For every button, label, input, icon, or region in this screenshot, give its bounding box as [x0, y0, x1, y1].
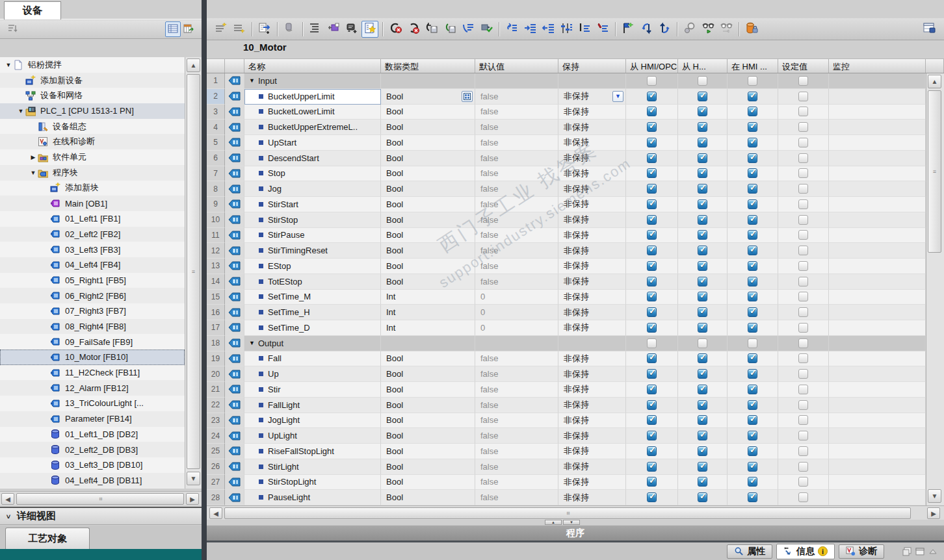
tree-item-软件单元[interactable]: ▶软件单元 [0, 149, 185, 165]
monitor-cell[interactable] [829, 151, 926, 166]
data-type-cell[interactable]: Bool [381, 459, 475, 475]
accessible-from-hmi-checkbox[interactable] [647, 277, 657, 286]
table-row-7[interactable]: 7StopBoolfalse非保持 [207, 166, 944, 182]
row-number[interactable]: 15 [207, 290, 225, 305]
keep-block-button[interactable] [282, 21, 298, 38]
row-number[interactable]: 12 [207, 243, 225, 259]
writable-from-hmi-checkbox[interactable] [698, 199, 707, 209]
tree-item-04_left4-fb4-[interactable]: 04_Left4 [FB4] [0, 257, 185, 273]
tree-item-09_failsafe-fb9-[interactable]: 09_FailSafe [FB9] [0, 334, 185, 350]
tree-horizontal-scrollbar[interactable]: ◀ ≡ ▶ [0, 491, 202, 505]
row-number[interactable]: 23 [207, 413, 225, 429]
writable-from-hmi-checkbox[interactable] [698, 215, 707, 225]
snapshot-load-button[interactable] [441, 21, 458, 38]
monitor-cell[interactable] [829, 413, 926, 429]
setpoint-checkbox[interactable] [798, 76, 808, 86]
writable-from-hmi-checkbox[interactable] [698, 400, 707, 410]
panel-splitter[interactable] [202, 0, 207, 560]
setpoint-checkbox[interactable] [798, 168, 808, 178]
retain-cell[interactable]: 非保持 [558, 166, 626, 182]
setpoint-checkbox[interactable] [798, 400, 808, 410]
monitor-cell[interactable] [829, 428, 926, 444]
table-row-14[interactable]: 14TotEStopBoolfalse非保持 [207, 274, 944, 290]
writable-from-hmi-checkbox[interactable] [698, 230, 707, 240]
data-type-cell[interactable]: Bool [381, 428, 475, 444]
writable-from-hmi-checkbox[interactable] [698, 353, 707, 363]
table-scroll-left-icon[interactable]: ◀ [209, 507, 222, 519]
visible-in-hmi-checkbox[interactable] [748, 400, 757, 410]
row-number[interactable]: 3 [207, 105, 225, 120]
data-type-cell[interactable]: Bool [381, 197, 475, 212]
monitor-cell[interactable] [829, 382, 926, 398]
tree-item-02_left2_db-db3-[interactable]: 02_Left2_DB [DB3] [0, 442, 185, 457]
monitor-cell[interactable] [829, 105, 926, 120]
tree-item-01_left1_db-db2-[interactable]: 01_Left1_DB [DB2] [0, 427, 185, 442]
table-row-2[interactable]: 2BucketUpperLimitBoolfalse非保持▼ [207, 89, 944, 105]
retain-cell[interactable] [558, 73, 626, 89]
table-row-10[interactable]: 10StirStopBoolfalse非保持 [207, 212, 944, 228]
data-type-cell[interactable]: Bool [381, 120, 475, 135]
collapse-chevron-icon[interactable]: ˅ [0, 513, 17, 520]
visible-in-hmi-checkbox[interactable] [748, 92, 757, 101]
tree-item-05_right1-fb5-[interactable]: 05_Right1 [FB5] [0, 273, 185, 288]
writable-from-hmi-checkbox[interactable] [698, 385, 707, 394]
writable-from-hmi-checkbox[interactable] [698, 431, 707, 440]
table-scroll-down-icon[interactable]: ▼ [928, 489, 941, 503]
variable-name-cell[interactable]: StirLight [244, 459, 381, 475]
tree-item-在线和诊断[interactable]: 在线和诊断 [0, 134, 185, 149]
variable-name-cell[interactable]: TotEStop [244, 274, 381, 290]
monitor-cell[interactable] [829, 290, 926, 305]
visible-in-hmi-checkbox[interactable] [748, 215, 757, 225]
accessible-from-hmi-checkbox[interactable] [647, 338, 657, 348]
variable-name-cell[interactable]: PauseLight [244, 490, 381, 505]
variable-name-cell[interactable]: BucketUpperExtremeL.. [244, 120, 381, 135]
retain-cell[interactable]: 非保持 [558, 413, 626, 429]
retain-cell[interactable]: 非保持 [558, 398, 626, 413]
monitor-cell[interactable] [829, 73, 926, 89]
writable-from-hmi-checkbox[interactable] [698, 138, 707, 147]
monitor-cell[interactable] [829, 459, 926, 475]
writable-from-hmi-checkbox[interactable] [698, 338, 707, 348]
visible-in-hmi-checkbox[interactable] [748, 353, 757, 363]
row-number[interactable]: 19 [207, 351, 225, 367]
writable-from-hmi-checkbox[interactable] [698, 462, 707, 472]
properties-button[interactable]: 属性 [727, 544, 772, 559]
table-row-18[interactable]: 18▼Output [207, 336, 944, 351]
monitor-cell[interactable] [829, 181, 926, 197]
setpoint-checkbox[interactable] [798, 153, 808, 163]
monitor-cell[interactable] [829, 89, 926, 105]
split-editor-space-button[interactable] [921, 21, 937, 38]
setpoint-checkbox[interactable] [798, 122, 808, 132]
writable-from-hmi-checkbox[interactable] [698, 153, 707, 163]
discard-redo-button[interactable] [405, 21, 422, 38]
expander-down-icon[interactable]: ▼ [29, 170, 38, 176]
tree-scroll-thumb[interactable]: ≡ [187, 74, 200, 469]
maximize-pane-icon[interactable] [915, 547, 924, 556]
default-value-cell[interactable]: false [475, 490, 558, 505]
data-type-cell[interactable] [381, 336, 475, 351]
retain-cell[interactable]: 非保持 [558, 274, 626, 290]
row-number[interactable]: 6 [207, 151, 225, 166]
visible-in-hmi-checkbox[interactable] [748, 138, 757, 147]
tree-item-04_left4_db-db11-[interactable]: 04_Left4_DB [DB11] [0, 473, 185, 489]
monitor-cell[interactable] [829, 444, 926, 459]
visible-in-hmi-checkbox[interactable] [748, 415, 757, 425]
table-row-27[interactable]: 27StirStopLightBoolfalse非保持 [207, 475, 944, 490]
table-row-11[interactable]: 11StirPauseBoolfalse非保持 [207, 228, 944, 244]
tree-item-12_alarm-fb12-[interactable]: 12_Alarm [FB12] [0, 380, 185, 396]
visible-in-hmi-checkbox[interactable] [748, 431, 757, 440]
setpoint-checkbox[interactable] [798, 261, 808, 271]
section-name-cell[interactable]: ▼Input [244, 73, 381, 89]
data-type-cell[interactable]: Bool [381, 398, 475, 413]
data-type-cell[interactable]: Bool [381, 181, 475, 197]
writable-from-hmi-checkbox[interactable] [698, 184, 707, 194]
monitor-cell[interactable] [829, 212, 926, 228]
setpoint-checkbox[interactable] [798, 415, 808, 425]
data-type-cell[interactable]: Bool [381, 413, 475, 429]
table-scroll-up-icon[interactable]: ▲ [928, 75, 941, 88]
default-value-cell[interactable]: false [475, 366, 558, 382]
search-button[interactable] [681, 21, 698, 38]
tree-item-11_h2check-fb11-[interactable]: 11_H2Check [FB11] [0, 365, 185, 381]
writable-from-hmi-checkbox[interactable] [698, 477, 707, 487]
default-value-cell[interactable]: 0 [475, 290, 558, 305]
